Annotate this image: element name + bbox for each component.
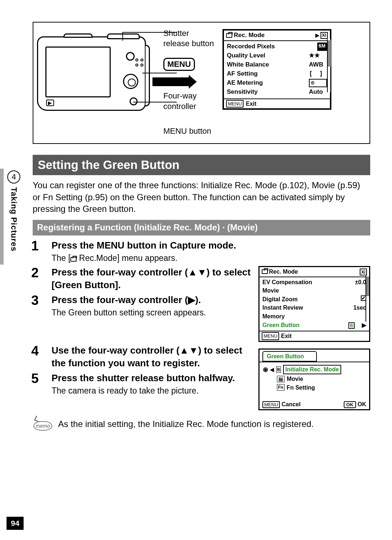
lcd2-row-name: Digital Zoom: [262, 295, 298, 303]
tool-icon: Xi: [320, 32, 328, 39]
lcd1-row-val: AWB: [309, 61, 327, 69]
step-number: 2: [31, 266, 44, 291]
step-head: Press the four-way controller (▶).: [52, 294, 253, 306]
camera-icon: [70, 257, 77, 262]
lcd1-row-name: White Balance: [227, 61, 269, 69]
lcd3-option: Initialize Rec. Mode: [283, 365, 341, 374]
radio-selected-icon: [263, 367, 268, 372]
lcd1-title: Rec. Mode: [234, 31, 265, 40]
tool-icon: Xi: [360, 269, 367, 275]
lcd1-row-name: Sensitivity: [227, 88, 258, 96]
fn-icon: Fn: [277, 384, 285, 391]
lcd1-row-name: AF Setting: [227, 70, 258, 78]
lcd3-ok: OK: [358, 401, 366, 407]
lcd1-exit: Exit: [246, 100, 256, 108]
menu-box-icon: MENU: [262, 332, 279, 340]
lcd2-row-val: ±0.0: [355, 278, 366, 286]
lcd2-row-name: Movie: [262, 287, 279, 295]
lcd1-row-name: AE Metering: [227, 79, 263, 87]
step-2: 2 Press the four-way controller (▲▼) to …: [31, 266, 253, 291]
step-head: Press the MENU button in Capture mode.: [52, 239, 370, 252]
triangle-right-icon: ▶: [315, 32, 319, 39]
lcd3-title: Green Button: [262, 351, 317, 362]
menu-badge: MENU: [163, 58, 195, 71]
lcd1-row-val: ★★: [309, 52, 327, 60]
scrollbar: [327, 39, 330, 92]
lcd2-row-name: Memory: [262, 313, 285, 321]
page-number: 94: [7, 517, 24, 530]
lcd1-row-val: Auto: [309, 88, 327, 96]
chapter-number: 4: [7, 170, 20, 184]
memo-icon: memo: [33, 418, 53, 431]
lcd-green-button: Green Button ◀ ⎘ Initialize Rec. Mode 🎬 …: [258, 348, 370, 410]
section-title: Setting the Green Button: [33, 155, 370, 176]
camera-icon: [226, 33, 232, 38]
lcd-rec-mode-2: Rec. Mode Xi EV Compensation±0.0 Movie D…: [258, 266, 370, 342]
arrow-right-icon: [152, 77, 192, 86]
green-button-icon: ⎘: [348, 322, 355, 329]
step-head: Use the four-way controller (▲▼) to sele…: [52, 344, 253, 370]
chapter-label: Taking Pictures: [8, 187, 19, 251]
lcd2-title: Rec. Mode: [269, 268, 298, 276]
camera-illustration: [37, 29, 157, 116]
triangle-right-icon: ▶: [362, 322, 366, 328]
step-5: 5 Press the shutter release button halfw…: [31, 372, 253, 396]
lcd2-row-val: 1sec: [353, 304, 366, 312]
menu-box-icon: MENU: [262, 401, 280, 408]
step-number: 5: [31, 372, 44, 396]
step-1: 1 Press the MENU button in Capture mode.…: [31, 239, 370, 264]
lcd1-row-name: Recorded Pixels: [227, 43, 275, 51]
movie-icon: 🎬: [277, 376, 285, 382]
lcd2-row-name: EV Compensation: [262, 278, 312, 286]
lcd2-row-name: Instant Review: [262, 304, 303, 312]
lcd2-row-name: Green Button: [262, 321, 299, 329]
step-desc: The Green button setting screen appears.: [52, 307, 253, 318]
ok-box-icon: OK: [344, 401, 356, 408]
initialize-icon: ⎘: [276, 366, 281, 373]
memo-note: memo As the initial setting, the Initial…: [33, 418, 370, 431]
memo-text: As the initial setting, the Initialize R…: [58, 418, 314, 430]
triangle-left-icon: ◀: [270, 366, 274, 373]
label-fourway: Four-way controller: [163, 90, 216, 112]
lcd2-exit: Exit: [281, 332, 291, 340]
step-desc: The [ Rec.Mode] menu appears.: [52, 253, 370, 264]
step-3: 3 Press the four-way controller (▶). The…: [31, 294, 253, 318]
figure-labels: Shutter release button MENU Four-way con…: [163, 29, 216, 137]
lcd3-option: Fn Setting: [287, 384, 315, 392]
step-number: 1: [31, 239, 44, 264]
lcd1-row-val: ◎: [309, 79, 327, 87]
lcd1-row-val: 6M: [317, 43, 327, 51]
sub-title: Registering a Function (Initialize Rec. …: [33, 220, 370, 235]
step-number: 4: [31, 344, 44, 370]
scrollbar: [366, 276, 368, 322]
camera-icon: [262, 269, 268, 274]
lcd3-cancel: Cancel: [282, 401, 301, 407]
label-menu-button: MENU button: [163, 126, 216, 137]
step-head: Press the shutter release button halfway…: [52, 372, 253, 384]
lcd1-row-name: Quality Level: [227, 52, 265, 60]
step-4: 4 Use the four-way controller (▲▼) to se…: [31, 344, 253, 370]
lcd3-option: Movie: [287, 375, 303, 383]
intro-text: You can register one of the three functi…: [33, 180, 370, 215]
step-number: 3: [31, 294, 44, 318]
side-accent-bar: [0, 169, 4, 265]
side-chapter-tab: 4 Taking Pictures: [6, 170, 22, 251]
menu-box-icon: MENU: [226, 100, 244, 108]
label-shutter: Shutter release button: [163, 28, 216, 48]
lcd-rec-mode-1: Rec. Mode ▶ Xi Recorded Pixels6M Quality…: [222, 29, 331, 110]
lcd1-row-val: [ ]: [309, 70, 327, 78]
step-desc: The camera is ready to take the picture.: [52, 385, 253, 396]
camera-figure: Shutter release button MENU Four-way con…: [33, 22, 370, 144]
step-head: Press the four-way controller (▲▼) to se…: [52, 266, 253, 291]
